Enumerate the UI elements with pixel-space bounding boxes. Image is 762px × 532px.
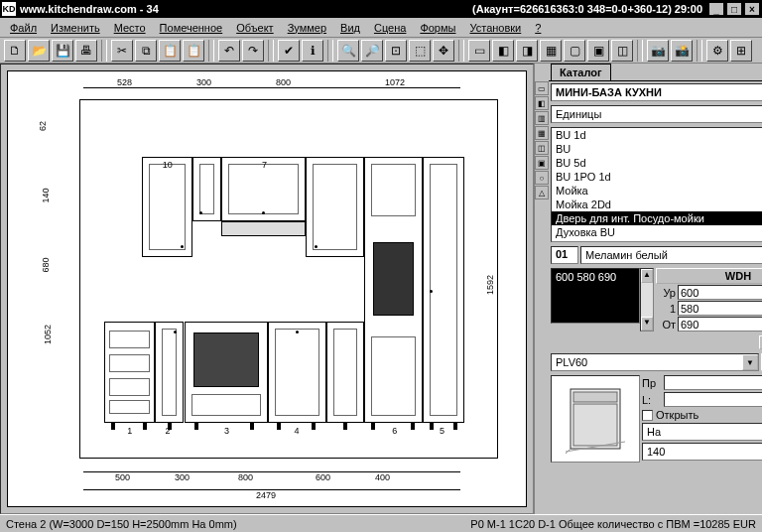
cut-icon[interactable]: ✂ [111,40,133,62]
open-icon[interactable]: 📂 [28,40,50,62]
vt-8[interactable]: △ [535,186,549,200]
width-input[interactable] [678,285,762,300]
kitchen-stage: 10 7 6 5 1 [79,99,498,459]
tab-catalog[interactable]: Каталог [551,64,611,80]
menu-marked[interactable]: Помеченное [154,20,229,36]
menu-scene[interactable]: Сцена [368,20,412,36]
tall-right[interactable]: 5 [423,157,464,423]
dim-bot-4: 600 [316,472,330,482]
pr-input[interactable] [664,375,762,390]
maximize-button[interactable]: □ [726,2,742,16]
panel-tabs: Каталог [549,64,762,81]
pan-icon[interactable]: ✥ [433,40,454,62]
tall-oven[interactable]: 6 [364,157,423,423]
redo-icon[interactable]: ↷ [242,40,264,62]
menu-object[interactable]: Объект [230,20,279,36]
menu-settings[interactable]: Установки [463,20,527,36]
vt-2[interactable]: ◧ [535,96,549,110]
status-left: Стена 2 (W=3000 D=150 H=2500mm На 0mm) [6,518,237,530]
l-input[interactable] [664,392,762,407]
view1-icon[interactable]: ▭ [468,40,490,62]
list-item[interactable]: BU 5d [552,156,762,170]
zoomin-icon[interactable]: 🔍 [337,40,359,62]
list-item[interactable]: Угл. BU 1d [552,239,762,242]
scroll-up-icon[interactable]: ▲ [641,269,653,283]
render1-icon[interactable]: 📷 [647,40,669,62]
list-item[interactable]: Мойка 2Dd [552,198,762,211]
paste-icon[interactable]: 📋 [159,40,181,62]
copy-icon[interactable]: ⧉ [135,40,157,62]
view4-icon[interactable]: ▦ [540,40,562,62]
upper-cab-right[interactable] [306,157,364,257]
catalog-list[interactable]: BU 1dBUBU 5dBU 1PO 1dМойкаМойка 2DdДверь… [551,127,762,242]
zoomwin-icon[interactable]: ⬚ [409,40,431,62]
vt-1[interactable]: ▭ [535,81,549,95]
menu-place[interactable]: Место [108,20,152,36]
account-text: (Акаунт=626616363:0 348=0-0+360-12) 29:0… [472,3,702,15]
base-cooktop-3[interactable]: 3 [185,322,268,422]
catalog-db-select[interactable]: МИНИ-БАЗА КУХНИ▼ [551,83,762,101]
zoomout-icon[interactable]: 🔎 [361,40,383,62]
list-item[interactable]: Мойка [552,184,762,198]
upper-cab-7[interactable]: 7 [221,157,305,221]
finish-select[interactable]: Меламин белый▼ [580,246,762,264]
view2-icon[interactable]: ◧ [492,40,514,62]
menu-file[interactable]: Файл [4,20,43,36]
list-item[interactable]: BU [552,142,762,156]
vt-4[interactable]: ▦ [535,126,549,140]
base-drawers-1[interactable]: 1 [104,322,155,422]
open-checkbox[interactable]: Открыть [642,409,762,421]
list-item[interactable]: Духовка BU [552,225,762,239]
undo-icon[interactable]: ↶ [218,40,240,62]
menu-zoom[interactable]: Зуммер [282,20,332,36]
minimize-button[interactable]: _ [708,2,724,16]
check-icon[interactable]: ✔ [278,40,300,62]
scroll-down-icon[interactable]: ▼ [641,317,653,331]
drawing-canvas[interactable]: 528 300 800 1072 62 140 680 1052 1592 10… [7,70,527,507]
menu-view[interactable]: Вид [334,20,366,36]
vt-7[interactable]: ○ [535,171,549,185]
upper-cab-10[interactable]: 10 [142,157,192,257]
zoomfit-icon[interactable]: ⊡ [385,40,407,62]
upper-cab-small[interactable] [192,157,222,221]
tool1-icon[interactable]: ⚙ [706,40,728,62]
info-icon[interactable]: ℹ [302,40,323,62]
dim-left-4: 1052 [43,325,53,344]
dim-top-1: 528 [117,77,132,87]
menu-edit[interactable]: Изменить [45,20,106,36]
depth-input[interactable] [678,301,762,316]
height-input[interactable] [678,317,762,332]
paste2-icon[interactable]: 📋 [183,40,204,62]
vt-5[interactable]: ◫ [535,141,549,155]
chevron-down-icon[interactable]: ▼ [742,354,758,370]
vt-3[interactable]: ▥ [535,111,549,125]
hood[interactable] [221,221,305,235]
view5-icon[interactable]: ▢ [564,40,585,62]
close-button[interactable]: × [744,2,760,16]
new-icon[interactable]: 🗋 [4,40,26,62]
base-2[interactable]: 2 [155,322,185,422]
menu-help[interactable]: ? [529,20,547,36]
base-dishwasher-4[interactable]: 4 [268,322,326,422]
list-item[interactable]: BU 1d [552,128,762,142]
dims-list[interactable]: 600 580 690 [551,268,640,324]
dim-total: 2479 [256,490,276,500]
save-icon[interactable]: 💾 [52,40,73,62]
menu-forms[interactable]: Формы [414,20,461,36]
list-item[interactable]: Дверь для инт. Посудо-мойки [552,211,762,225]
list-item[interactable]: BU 1PO 1d [552,170,762,184]
render2-icon[interactable]: 📸 [671,40,693,62]
dim-left-1: 62 [38,121,48,131]
view6-icon[interactable]: ▣ [587,40,609,62]
model-select[interactable]: PLV60▼ [551,353,759,371]
catalog-units-select[interactable]: Единицы▼ [551,105,762,123]
print-icon[interactable]: 🖶 [75,40,97,62]
view3-icon[interactable]: ◨ [516,40,538,62]
position-select[interactable]: На▼ [642,423,762,441]
base-filler[interactable] [326,322,364,422]
elevation-select[interactable]: 140▼ [642,443,762,461]
vt-6[interactable]: ▣ [535,156,549,170]
tool2-icon[interactable]: ⊞ [730,40,752,62]
preview-image [551,375,640,463]
view7-icon[interactable]: ◫ [611,40,633,62]
